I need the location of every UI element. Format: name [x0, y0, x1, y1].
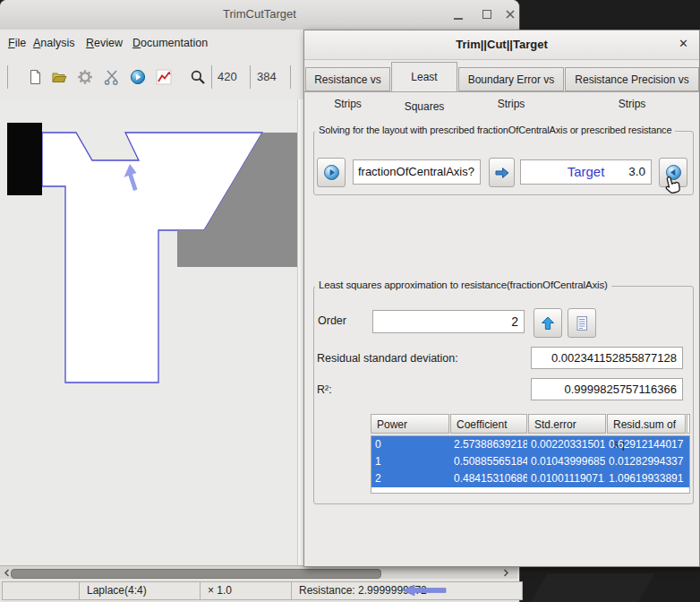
- table-header-row: Power Coefficient Std.error Resid.sum of…: [371, 414, 690, 435]
- main-window-titlebar[interactable]: TrimCutTarget: [0, 0, 519, 30]
- toolbar-separator: [290, 65, 291, 89]
- order-input[interactable]: 2: [372, 310, 525, 333]
- dialog-title: Trim||Cut||Target: [304, 38, 699, 51]
- tab-least-squares[interactable]: Least Squares: [391, 62, 457, 91]
- toolbar-separator: [7, 65, 8, 89]
- menu-analysis[interactable]: Analysis: [30, 35, 79, 51]
- cut-icon: [104, 69, 120, 85]
- trim-cut-target-dialog: Trim||Cut||Target ✕ Resistance vs Strips…: [303, 30, 700, 567]
- increase-order-icon: [540, 315, 556, 331]
- chart-icon: [156, 69, 172, 85]
- transfer-icon: [494, 165, 510, 181]
- rsd-label: Residual standard deviation:: [317, 352, 458, 365]
- minimize-button[interactable]: [449, 5, 467, 23]
- status-scale: × 1.0: [200, 581, 298, 600]
- status-cell-empty: [2, 581, 86, 600]
- r2-label: R²:: [317, 383, 332, 396]
- toolbar-value-grid: 420: [218, 70, 237, 83]
- solve-forward-button[interactable]: [317, 158, 346, 187]
- new-document-icon: [27, 69, 43, 85]
- column-header-residsum[interactable]: Resid.sum of sq.: [607, 414, 686, 434]
- main-window-title: TrimCutTarget: [0, 7, 519, 21]
- solve-group-title: Solving for the layout with prescribed f…: [315, 125, 675, 135]
- cell-coefficient: 0.50885565184...: [450, 453, 527, 470]
- rsd-value-field: 0.002341152855877128: [531, 347, 683, 369]
- target-value: 3.0: [628, 165, 645, 178]
- column-header-coefficient[interactable]: Coefficient: [450, 414, 527, 434]
- table-body: 0 2.57388639218... 0.00220331501... 0.62…: [371, 435, 690, 494]
- column-header-gutter: [687, 414, 690, 434]
- order-label: Order: [318, 314, 346, 327]
- chart-button[interactable]: [156, 69, 172, 85]
- open-file-button[interactable]: [51, 69, 67, 85]
- menu-documentation[interactable]: Documentation: [129, 35, 211, 51]
- r2-value-field: 0.9999825757116366: [531, 378, 683, 400]
- close-icon: [506, 10, 515, 19]
- solve-forward-icon: [323, 164, 340, 181]
- status-arrow-icon: [401, 583, 448, 598]
- run-button[interactable]: [130, 69, 146, 85]
- table-row-0[interactable]: 0 2.57388639218... 0.00220331501... 0.62…: [371, 436, 689, 453]
- run-icon: [130, 69, 146, 85]
- fraction-input[interactable]: fractionOfCentralAxis?: [353, 159, 481, 185]
- scrollbar-thumb[interactable]: [11, 569, 381, 579]
- cell-power: 0: [371, 436, 450, 453]
- cell-stderror: 0.00220331501...: [527, 436, 605, 453]
- least-squares-group-title: Least squares approximation to resistanc…: [315, 280, 611, 290]
- column-header-stderror[interactable]: Std.error: [528, 414, 606, 434]
- layout-drawing: [0, 99, 297, 565]
- column-header-power[interactable]: Power: [371, 414, 449, 434]
- report-icon: [574, 315, 590, 331]
- close-button[interactable]: [501, 5, 519, 23]
- cell-residsum: 0.01282994337...: [605, 453, 684, 470]
- cell-residsum: 0.62912144017...: [605, 436, 684, 453]
- settings-icon: [77, 69, 93, 85]
- horizontal-scrollbar[interactable]: [0, 565, 517, 580]
- open-folder-icon: [51, 69, 67, 85]
- status-laplace: Laplace(4:4): [79, 581, 207, 600]
- increase-order-button[interactable]: [534, 308, 562, 338]
- zoom-icon: [190, 69, 206, 85]
- maximize-icon: [482, 10, 491, 19]
- electrode-rect: [7, 123, 42, 195]
- status-bar: Laplace(4:4) × 1.0 Resistance: 2.9999999…: [0, 579, 517, 602]
- maximize-button[interactable]: [478, 5, 496, 23]
- dialog-titlebar[interactable]: Trim||Cut||Target ✕: [304, 30, 699, 60]
- table-row-1[interactable]: 1 0.50885565184... 0.01043999685... 0.01…: [371, 453, 689, 470]
- dialog-close-button[interactable]: ✕: [675, 37, 692, 50]
- cut-button[interactable]: [104, 69, 120, 85]
- scroll-right-icon[interactable]: [501, 568, 510, 578]
- report-button[interactable]: [568, 308, 596, 338]
- cell-coefficient: 0.48415310686...: [450, 470, 527, 487]
- menu-file[interactable]: File: [4, 35, 30, 51]
- cell-power: 1: [371, 453, 450, 470]
- tab-boundary-error-vs-strips[interactable]: Boundary Error vs Strips: [458, 67, 564, 91]
- tab-resistance-precision-vs-strips[interactable]: Resistance Precision vs Strips: [565, 67, 699, 91]
- cell-stderror: 0.01001119071...: [527, 470, 605, 487]
- new-document-button[interactable]: [27, 69, 43, 85]
- toolbar-separator: [250, 65, 251, 89]
- cell-coefficient: 2.57388639218...: [450, 436, 527, 453]
- zoom-button[interactable]: [190, 69, 206, 85]
- menu-review[interactable]: Review: [82, 35, 126, 51]
- toolbar-separator: [211, 65, 212, 89]
- coefficients-table: Power Coefficient Std.error Resid.sum of…: [371, 414, 690, 494]
- target-field[interactable]: Target 3.0: [520, 159, 652, 185]
- desktop-decoration: [526, 573, 654, 602]
- settings-button[interactable]: [77, 69, 93, 85]
- toolbar-value-strips: 384: [257, 70, 277, 83]
- tab-resistance-vs-strips[interactable]: Resistance vs Strips: [305, 67, 390, 91]
- minimize-icon: [454, 18, 463, 20]
- transfer-button[interactable]: [489, 158, 515, 187]
- cell-stderror: 0.01043999685...: [527, 453, 605, 470]
- cell-power: 2: [371, 470, 450, 487]
- tab-bar: Resistance vs Strips Least Squares Bound…: [304, 59, 699, 92]
- table-row-2[interactable]: 2 0.48415310686... 0.01001119071... 1.09…: [371, 470, 689, 487]
- cell-residsum: 1.09619933891...: [605, 470, 684, 487]
